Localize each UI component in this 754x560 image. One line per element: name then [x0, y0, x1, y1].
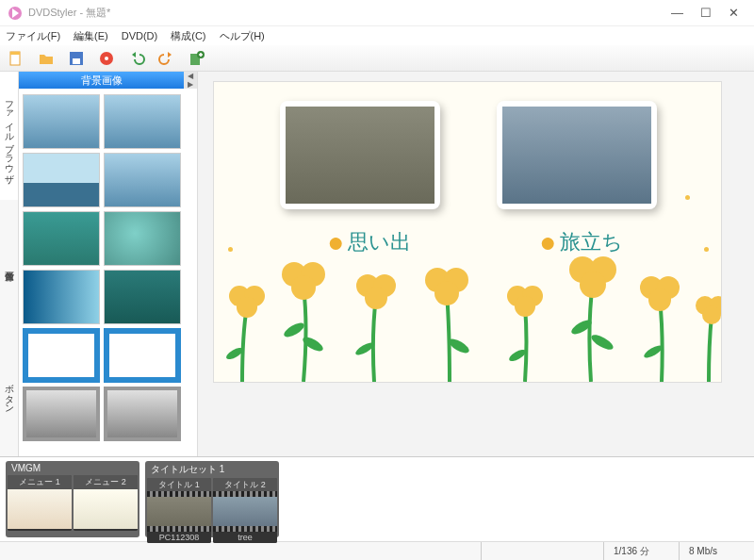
svg-rect-2	[10, 52, 20, 55]
timeline-item-footer	[74, 529, 138, 531]
browser-nav-left[interactable]: ◀	[184, 72, 197, 80]
browser-header: 背景画像	[19, 72, 184, 89]
bg-thumb[interactable]	[104, 94, 181, 149]
timeline-group-vmgm: VMGM メニュー 1 メニュー 2	[6, 461, 139, 537]
flower-decor	[214, 240, 722, 382]
seed-decor	[704, 247, 709, 252]
bg-thumb[interactable]	[104, 153, 181, 207]
timeline: VMGM メニュー 1 メニュー 2 タイトルセット 1 タイトル 1 PC11…	[0, 456, 754, 541]
browser-nav-right[interactable]: ▶	[184, 80, 197, 89]
timeline-item[interactable]: タイトル 1 PC112308	[147, 478, 211, 543]
bg-thumb[interactable]	[104, 270, 181, 324]
bg-thumb[interactable]	[23, 94, 100, 149]
background-thumbnails	[19, 89, 197, 456]
svg-point-14	[282, 321, 306, 340]
bg-thumb[interactable]	[104, 387, 181, 441]
titlebar: DVDStyler - 無題* — ☐ ✕	[0, 0, 754, 26]
titlebar-text: DVDStyler - 無題*	[28, 6, 671, 20]
bg-thumb[interactable]	[23, 270, 100, 324]
timeline-item[interactable]: メニュー 1	[8, 475, 72, 531]
svg-point-21	[365, 287, 387, 309]
timeline-group-header: タイトルセット 1	[147, 463, 277, 478]
svg-rect-4	[73, 58, 80, 64]
dvd-canvas[interactable]: ●思い出 ●旅立ち	[213, 81, 722, 383]
svg-point-6	[105, 57, 108, 60]
svg-point-25	[434, 281, 459, 305]
timeline-item-header: メニュー 1	[8, 475, 72, 489]
close-button[interactable]: ✕	[729, 6, 739, 20]
undo-icon[interactable]	[126, 48, 147, 69]
status-empty	[481, 542, 603, 560]
svg-point-38	[648, 288, 671, 311]
menu-dvd[interactable]: DVD(D)	[122, 30, 158, 41]
add-icon[interactable]	[187, 48, 207, 69]
timeline-item-thumb	[147, 492, 211, 532]
minimize-button[interactable]: —	[671, 6, 683, 20]
window-controls: — ☐ ✕	[671, 6, 746, 20]
browser-panel: 背景画像 ◀ ▶	[19, 72, 198, 456]
svg-point-12	[237, 297, 257, 318]
svg-point-34	[580, 272, 606, 298]
menu-config[interactable]: 構成(C)	[171, 29, 205, 43]
tab-background[interactable]: 背景画像	[0, 200, 18, 328]
new-file-icon[interactable]	[6, 48, 26, 69]
save-icon[interactable]	[66, 48, 87, 69]
timeline-group-header: VMGM	[8, 463, 138, 475]
browser-nav: ◀ ▶	[184, 72, 197, 89]
toolbar	[0, 45, 754, 72]
dvd-menu-thumb-1[interactable]	[280, 101, 440, 209]
timeline-item-header: タイトル 1	[147, 478, 211, 492]
timeline-group-titleset: タイトルセット 1 タイトル 1 PC112308 タイトル 2 tree	[145, 461, 279, 537]
app-icon	[8, 6, 23, 21]
menubar: ファイル(F) 編集(E) DVD(D) 構成(C) ヘルプ(H)	[0, 26, 754, 45]
redo-icon[interactable]	[156, 48, 177, 69]
status-time: 1/136 分	[603, 542, 679, 560]
tab-filebrowser[interactable]: ファイルブラウザ	[0, 72, 18, 200]
status-bitrate: 8 Mb/s	[679, 542, 754, 560]
timeline-item-header: メニュー 2	[74, 475, 138, 489]
tab-button[interactable]: ボタン	[0, 328, 18, 456]
svg-point-29	[515, 296, 535, 317]
menu-file[interactable]: ファイル(F)	[6, 29, 60, 43]
menu-help[interactable]: ヘルプ(H)	[220, 29, 265, 43]
burn-disc-icon[interactable]	[96, 48, 117, 69]
timeline-item-thumb	[74, 489, 138, 529]
open-folder-icon[interactable]	[36, 48, 57, 69]
bg-thumb[interactable]	[104, 211, 181, 266]
timeline-item-footer	[8, 529, 72, 531]
bg-thumb[interactable]	[23, 211, 100, 266]
side-tabs: ファイルブラウザ 背景画像 ボタン	[0, 72, 19, 456]
timeline-item-thumb	[213, 492, 277, 532]
canvas-wrap: ●思い出 ●旅立ち	[198, 72, 754, 456]
bg-thumb[interactable]	[23, 328, 100, 383]
timeline-item[interactable]: メニュー 2	[74, 475, 138, 531]
timeline-item-footer: PC112308	[147, 532, 211, 543]
main-area: ファイルブラウザ 背景画像 ボタン 背景画像 ◀ ▶	[0, 72, 754, 456]
statusbar: 1/136 分 8 Mb/s	[0, 541, 754, 560]
maximize-button[interactable]: ☐	[700, 6, 712, 20]
seed-decor	[228, 247, 233, 252]
bg-thumb[interactable]	[104, 328, 181, 383]
svg-point-41	[702, 305, 721, 324]
timeline-item-thumb	[8, 489, 72, 529]
svg-point-30	[589, 332, 615, 353]
svg-point-17	[291, 275, 316, 300]
dvd-menu-thumb-2[interactable]	[497, 101, 657, 209]
bg-thumb[interactable]	[23, 153, 100, 207]
timeline-item-footer: tree	[213, 532, 277, 543]
timeline-item[interactable]: タイトル 2 tree	[213, 478, 277, 543]
menu-edit[interactable]: 編集(E)	[74, 29, 108, 43]
timeline-item-header: タイトル 2	[213, 478, 277, 492]
bg-thumb[interactable]	[23, 387, 100, 441]
seed-decor	[685, 195, 690, 200]
